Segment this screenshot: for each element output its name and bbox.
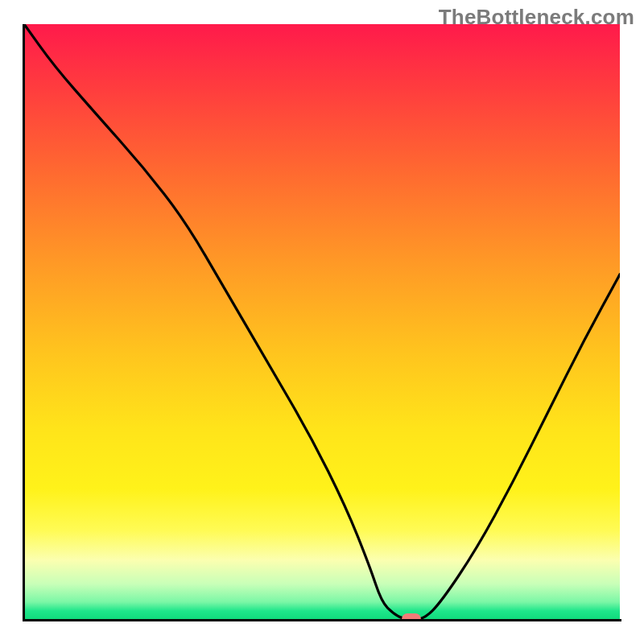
bottleneck-curve <box>24 24 620 620</box>
plot-area <box>24 24 620 620</box>
x-axis-line <box>23 619 621 621</box>
curve-svg <box>24 24 620 620</box>
watermark-text: TheBottleneck.com <box>439 5 634 30</box>
bottleneck-chart: TheBottleneck.com <box>0 0 644 644</box>
y-axis-line <box>23 24 25 621</box>
